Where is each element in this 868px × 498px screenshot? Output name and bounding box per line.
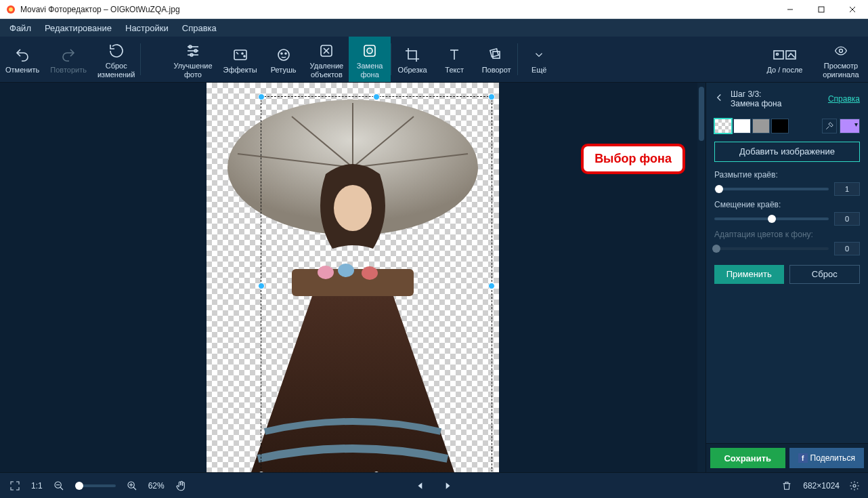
redo-button[interactable]: Повторить	[45, 37, 92, 82]
face-icon	[275, 47, 292, 63]
menu-file[interactable]: Файл	[3, 19, 38, 37]
next-image-button[interactable]	[438, 476, 457, 495]
panel-back-button[interactable]	[713, 91, 725, 106]
edge-blur-value[interactable]: 1	[834, 182, 860, 196]
text-button[interactable]: Текст	[433, 37, 475, 82]
pan-tool-button[interactable]	[171, 476, 190, 495]
handle-mid-right[interactable]	[488, 283, 495, 289]
before-after-button[interactable]: До / после	[756, 37, 814, 82]
delete-button[interactable]	[777, 476, 796, 495]
zoom-out-button[interactable]	[49, 476, 68, 495]
color-adapt-param: Адаптация цветов к фону: 0	[706, 226, 868, 255]
before-after-label: До / после	[767, 66, 803, 75]
edge-blur-param: Размытие краёв: 1	[706, 166, 868, 196]
hand-icon	[175, 480, 186, 491]
rotate-button[interactable]: Поворот	[475, 37, 517, 82]
svg-point-25	[777, 54, 779, 56]
retouch-button[interactable]: Ретушь	[263, 37, 305, 82]
svg-point-1	[9, 7, 13, 12]
color-picker-button[interactable]	[840, 119, 860, 133]
panel-help-link[interactable]: Справка	[828, 94, 860, 104]
edge-blur-slider[interactable]	[714, 188, 829, 190]
menu-help[interactable]: Справка	[175, 19, 223, 37]
image-canvas[interactable]	[207, 83, 499, 472]
object-removal-button[interactable]: Удаление объектов	[305, 37, 349, 82]
vertical-scrollbar[interactable]	[697, 83, 706, 472]
svg-point-16	[281, 53, 282, 54]
swatch-black[interactable]	[771, 119, 789, 133]
view-original-label: Просмотр оригинала	[823, 62, 859, 79]
reset-changes-button[interactable]: Сброс изменений	[92, 37, 140, 82]
erase-icon	[318, 43, 335, 59]
share-button[interactable]: f Поделиться	[789, 448, 865, 468]
undo-button[interactable]: Отменить	[0, 37, 45, 82]
svg-point-15	[278, 49, 289, 60]
zoom-slider[interactable]	[75, 484, 116, 487]
svg-rect-12	[234, 50, 246, 60]
text-label: Текст	[445, 66, 464, 75]
canvas-area[interactable]: Выбор фона	[0, 83, 706, 472]
reset-icon	[108, 43, 125, 59]
rotate-label: Поворот	[482, 66, 511, 75]
rotate-icon	[487, 47, 505, 63]
svg-line-44	[133, 487, 136, 490]
svg-line-40	[60, 487, 63, 490]
more-tools-button[interactable]: Ещё	[518, 37, 560, 82]
crop-button[interactable]: Обрезка	[391, 37, 433, 82]
add-image-button[interactable]: Добавить изображение	[714, 142, 860, 162]
swatch-white[interactable]	[733, 119, 751, 133]
window-close-button[interactable]	[837, 0, 868, 19]
handle-top-right[interactable]	[488, 94, 495, 100]
prev-image-button[interactable]	[411, 476, 430, 495]
object-removal-label: Удаление объектов	[310, 62, 344, 79]
status-bar: 1:1 62% 682×1024	[0, 472, 868, 498]
panel-reset-button[interactable]: Сброс	[789, 265, 861, 284]
svg-point-13	[242, 53, 243, 54]
view-original-button[interactable]: Просмотр оригинала	[814, 37, 868, 82]
svg-point-14	[244, 56, 245, 57]
zoom-in-button[interactable]	[123, 476, 142, 495]
handle-mid-left[interactable]	[258, 283, 265, 289]
zoom-value: 62%	[148, 481, 165, 491]
gear-icon	[849, 480, 860, 491]
color-adapt-slider	[714, 247, 829, 250]
menu-edit[interactable]: Редактирование	[38, 19, 118, 37]
svg-point-26	[840, 49, 843, 52]
handle-top-center[interactable]	[373, 94, 380, 100]
zoom-out-icon	[53, 480, 64, 491]
edge-shift-value[interactable]: 0	[834, 212, 860, 226]
dimensions-settings-button[interactable]	[846, 478, 863, 494]
zoom-in-icon	[127, 480, 137, 491]
sliders-icon	[184, 43, 202, 59]
swatch-transparent[interactable]	[714, 119, 732, 133]
fit-label[interactable]: 1:1	[31, 481, 43, 491]
svg-rect-3	[819, 7, 824, 12]
background-change-label: Замена фона	[357, 62, 383, 79]
window-title: Movavi Фоторедактор – OIGkOtWuZQA.jpg	[20, 5, 180, 14]
eyedropper-button[interactable]	[822, 119, 837, 133]
enhance-button[interactable]: Улучшение фото	[168, 37, 217, 82]
handle-top-left[interactable]	[258, 94, 265, 100]
background-change-button[interactable]: Замена фона	[349, 37, 391, 82]
swatch-gray[interactable]	[752, 119, 770, 133]
side-panel: Шаг 3/3: Замена фона Справка Добавить из…	[706, 83, 868, 472]
enhance-label: Улучшение фото	[173, 62, 212, 79]
apply-button[interactable]: Применить	[714, 265, 784, 284]
save-button[interactable]: Сохранить	[710, 448, 785, 468]
window-maximize-button[interactable]	[806, 0, 837, 19]
edge-shift-slider[interactable]	[714, 217, 829, 220]
annotation-callout: Выбор фона	[581, 144, 685, 174]
fullscreen-button[interactable]	[5, 476, 24, 495]
crop-label: Обрезка	[398, 66, 427, 75]
arrow-left-icon	[713, 91, 725, 104]
panel-step: Шаг 3/3:	[731, 89, 761, 99]
crop-icon	[404, 47, 421, 63]
triangle-left-icon	[416, 481, 425, 491]
toolbar: Отменить Повторить Сброс изменений Улучш…	[0, 37, 868, 83]
compare-icon	[773, 49, 796, 61]
effects-button[interactable]: Эффекты	[218, 37, 263, 82]
window-minimize-button[interactable]	[775, 0, 806, 19]
transform-selection[interactable]	[261, 96, 492, 472]
menu-settings[interactable]: Настройки	[118, 19, 175, 37]
trash-icon	[781, 480, 792, 491]
